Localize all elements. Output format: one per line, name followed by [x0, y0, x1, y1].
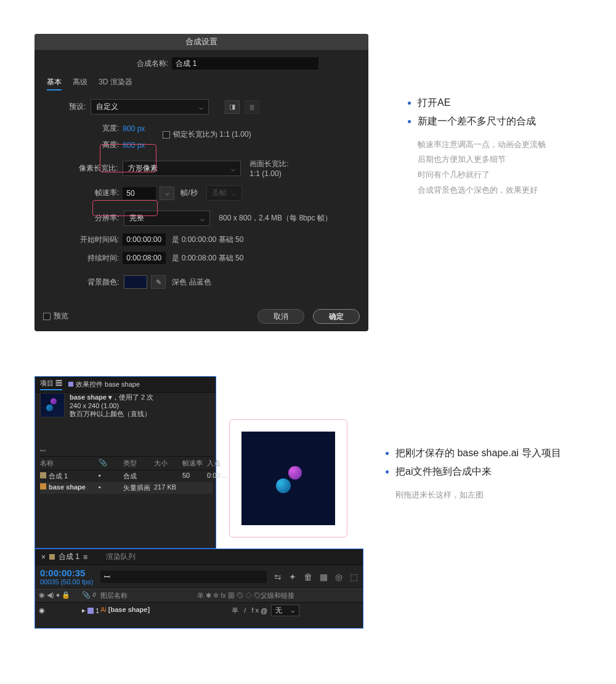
bullet: 新建一个差不多尺寸的合成 — [418, 112, 594, 131]
tab-project[interactable]: 项目 ☰ — [40, 379, 62, 390]
asset-thumbnail — [40, 393, 65, 417]
start-tc-info: 是 0:00:00:00 基础 50 — [172, 235, 243, 245]
preview-thumbnail — [229, 419, 347, 537]
timeline-tab-comp[interactable]: × 合成 1 ≡ — [41, 552, 87, 562]
side-notes-1: 打开AE 新建一个差不多尺寸的合成 帧速率注意调高一点，动画会更流畅 后期也方便… — [397, 94, 594, 198]
note: 合成背景色选个深色的，效果更好 — [418, 183, 594, 198]
preset-label: 预设: — [69, 102, 86, 112]
asset-size: 240 x 240 (1.00) — [70, 402, 153, 409]
start-tc-input[interactable] — [123, 233, 166, 246]
par-select[interactable]: 方形像素⌵ — [123, 161, 241, 176]
comp-name-label: 合成名称: — [137, 58, 168, 69]
height-value[interactable]: 800 px — [123, 141, 145, 150]
fps-input[interactable] — [123, 187, 156, 199]
table-row[interactable]: base shape ▪ 矢量插画 217 KB — [40, 482, 213, 494]
note: 后期也方便加入更多细节 — [418, 152, 594, 167]
delete-preset-icon[interactable]: 🗑 — [245, 100, 259, 114]
bullet: 把刚才保存的 base shape.ai 导入项目 — [395, 444, 596, 462]
layer-header: ◉ ◀) ● 🔒 📎 # 图层名称单 ✱ ✲ fx 圖 ◎ ◇ ◎ 父级和链接 — [35, 589, 363, 603]
tool-icon[interactable]: ⬚ — [350, 572, 358, 582]
tab-basic[interactable]: 基本 — [47, 77, 62, 91]
save-preset-icon[interactable]: ◨ — [225, 100, 240, 114]
tool-icon[interactable]: 🗑 — [304, 572, 312, 582]
frame-ar-label: 画面长宽比: — [249, 159, 288, 169]
lock-aspect-checkbox[interactable] — [163, 131, 170, 139]
cancel-button[interactable]: 取消 — [257, 309, 304, 324]
tabs: 基本 高级 3D 渲染器 — [47, 77, 368, 91]
fps-unit: 帧/秒 — [180, 188, 197, 198]
start-tc-label: 开始时间码: — [80, 235, 119, 245]
project-table-header: 名称 📎 类型 大小 帧速率 入点 — [40, 457, 213, 470]
ok-button[interactable]: 确定 — [313, 309, 360, 324]
preset-select[interactable]: 自定义⌵ — [91, 99, 209, 115]
asset-name: base shape ▾ — [70, 393, 112, 401]
bg-color-swatch[interactable] — [124, 275, 147, 289]
tab-advanced[interactable]: 高级 — [73, 77, 87, 91]
ai-file-icon — [40, 483, 46, 489]
table-row[interactable]: 合成 1 ▪ 合成 50 0:00:... — [40, 470, 213, 482]
timeline-tab-render[interactable]: 渲染队列 — [106, 552, 136, 562]
bg-label: 背景颜色: — [87, 277, 119, 288]
tool-icon[interactable]: ✦ — [289, 572, 296, 582]
bullet: 打开AE — [418, 94, 594, 112]
note: 时间有个几秒就行了 — [418, 167, 594, 183]
timecode-sub: 00035 (50.00 fps) — [40, 578, 93, 585]
timeline-tools: ⇆ ✦ 🗑 ▦ ◎ ⬚ — [274, 572, 358, 582]
fps-dropdown-icon[interactable]: ⌵ — [160, 187, 174, 200]
side-notes-2: 把刚才保存的 base shape.ai 导入项目 把ai文件拖到合成中来 刚拖… — [375, 444, 596, 502]
tool-icon[interactable]: ▦ — [320, 572, 328, 582]
bullet: 把ai文件拖到合成中来 — [395, 462, 596, 481]
width-value[interactable]: 800 px — [123, 124, 145, 133]
width-label: 宽度: — [102, 123, 119, 134]
asset-colors: 数百万种以上颜色（直线） — [70, 409, 153, 419]
resolution-select[interactable]: 完整⌵ — [124, 211, 210, 226]
parent-dropdown[interactable]: 无⌵ — [271, 605, 299, 616]
tab-effect-controls[interactable]: 效果控件 base shape — [68, 380, 140, 389]
timeline-panel: × 合成 1 ≡ 渲染队列 0:00:00:35 00035 (50.00 fp… — [34, 549, 363, 629]
dur-label: 持续时间: — [87, 253, 119, 264]
composition-settings-dialog: 合成设置 合成名称: 基本 高级 3D 渲染器 预设: 自定义⌵ ◨ 🗑 宽度:… — [34, 34, 368, 331]
preview-checkbox[interactable] — [43, 313, 51, 320]
preview-label: 预览 — [54, 311, 68, 321]
lock-aspect-label: 锁定长宽比为 1:1 (1.00) — [173, 129, 251, 140]
dur-info: 是 0:00:08:00 基础 50 — [172, 253, 243, 264]
timecode[interactable]: 0:00:00:35 — [40, 568, 93, 578]
dialog-title: 合成设置 — [34, 34, 368, 50]
note: 刚拖进来长这样，如左图 — [395, 488, 596, 503]
par-label: 像素长宽比: — [79, 163, 118, 174]
tool-icon[interactable]: ◎ — [335, 572, 342, 582]
dropframe-select[interactable]: 丢帧⌵ — [206, 185, 242, 201]
fps-label: 帧速率: — [95, 188, 119, 198]
res-info: 800 x 800，2.4 MB（每 8bpc 帧） — [219, 213, 331, 223]
tab-3d-renderer[interactable]: 3D 渲染器 — [99, 77, 132, 91]
dur-input[interactable] — [123, 252, 166, 264]
eyedropper-icon[interactable]: ✎ — [151, 275, 166, 289]
layer-row[interactable]: ◉ ▸ 1 Ai [base shape]单 / fx @ 无⌵ — [35, 603, 363, 618]
height-label: 高度: — [102, 140, 119, 150]
comp-icon — [40, 472, 46, 478]
note: 帧速率注意调高一点，动画会更流畅 — [418, 137, 594, 153]
frame-ar-value: 1:1 (1.00) — [249, 169, 288, 178]
project-panel: 项目 ☰ 效果控件 base shape base shape ▾，使用了 2 … — [34, 376, 216, 549]
res-label: 分辨率: — [95, 213, 119, 223]
comp-name-input[interactable] — [172, 57, 318, 70]
tool-icon[interactable]: ⇆ — [274, 572, 282, 582]
bg-color-name: 深色 品蓝色 — [172, 277, 211, 288]
search-input[interactable]: 𝄩 — [100, 571, 267, 583]
